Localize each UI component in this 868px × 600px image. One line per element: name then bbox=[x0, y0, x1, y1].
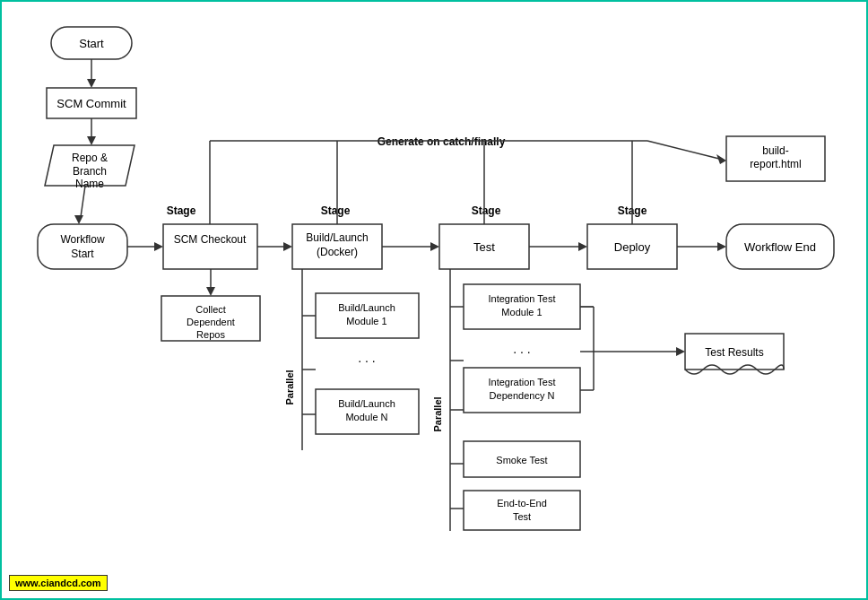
svg-text:· · ·: · · · bbox=[513, 344, 530, 359]
svg-rect-62 bbox=[464, 368, 580, 413]
svg-text:Stage: Stage bbox=[618, 204, 647, 217]
svg-rect-73 bbox=[587, 224, 677, 269]
svg-text:Build/Launch: Build/Launch bbox=[338, 302, 395, 313]
svg-marker-8 bbox=[45, 145, 135, 186]
svg-marker-93 bbox=[676, 347, 685, 356]
svg-text:Test: Test bbox=[513, 511, 531, 522]
svg-text:Stage: Stage bbox=[472, 204, 501, 217]
svg-text:Start: Start bbox=[79, 37, 104, 50]
svg-rect-77 bbox=[726, 224, 834, 269]
svg-text:Test: Test bbox=[473, 240, 495, 254]
svg-text:Integration Test: Integration Test bbox=[488, 293, 555, 304]
svg-text:Stage: Stage bbox=[167, 204, 196, 217]
svg-text:(Docker): (Docker) bbox=[317, 246, 358, 258]
svg-text:Repo &: Repo & bbox=[72, 152, 108, 164]
svg-line-12 bbox=[81, 186, 85, 217]
svg-rect-20 bbox=[163, 224, 257, 269]
svg-rect-43 bbox=[316, 389, 419, 434]
svg-rect-90 bbox=[685, 334, 784, 370]
svg-rect-79 bbox=[726, 136, 825, 181]
svg-rect-49 bbox=[439, 224, 529, 269]
svg-text:Stage: Stage bbox=[321, 204, 351, 217]
svg-text:SCM Commit: SCM Commit bbox=[56, 97, 126, 110]
svg-marker-3 bbox=[87, 79, 96, 88]
svg-marker-29 bbox=[283, 242, 292, 251]
svg-marker-18 bbox=[154, 242, 163, 251]
svg-text:Repos: Repos bbox=[196, 329, 225, 340]
svg-marker-47 bbox=[430, 242, 439, 251]
svg-rect-65 bbox=[464, 441, 580, 477]
svg-text:Deploy: Deploy bbox=[614, 240, 651, 254]
svg-marker-76 bbox=[717, 242, 726, 251]
website-url: www.ciandcd.com bbox=[15, 578, 101, 588]
svg-marker-13 bbox=[74, 215, 83, 224]
svg-text:Test Results: Test Results bbox=[705, 346, 763, 359]
svg-text:Integration Test: Integration Test bbox=[488, 377, 555, 387]
svg-text:build-: build- bbox=[762, 144, 788, 157]
svg-line-83 bbox=[647, 141, 719, 159]
svg-text:report.html: report.html bbox=[750, 158, 801, 170]
svg-text:Workflow: Workflow bbox=[60, 233, 104, 246]
svg-text:Name: Name bbox=[75, 178, 104, 190]
svg-rect-14 bbox=[38, 224, 127, 269]
svg-rect-67 bbox=[464, 491, 580, 530]
svg-text:Parallel: Parallel bbox=[432, 396, 443, 431]
svg-text:Build/Launch: Build/Launch bbox=[338, 398, 395, 409]
svg-rect-22 bbox=[161, 296, 260, 341]
svg-marker-27 bbox=[206, 287, 215, 296]
svg-text:SCM Checkout: SCM Checkout bbox=[174, 233, 247, 246]
svg-marker-71 bbox=[578, 242, 587, 251]
svg-text:Module N: Module N bbox=[345, 412, 387, 422]
svg-text:· · ·: · · · bbox=[358, 353, 375, 368]
svg-rect-0 bbox=[51, 27, 132, 59]
website-badge: www.ciandcd.com bbox=[9, 575, 108, 591]
svg-rect-58 bbox=[464, 284, 580, 329]
diagram-svg: Start SCM Commit Repo & Branch Name Work… bbox=[2, 2, 868, 600]
svg-text:End-to-End: End-to-End bbox=[497, 498, 547, 509]
svg-text:Generate on catch/finally: Generate on catch/finally bbox=[378, 135, 506, 148]
svg-rect-39 bbox=[316, 293, 419, 338]
svg-marker-7 bbox=[87, 136, 96, 145]
svg-text:Build/Launch: Build/Launch bbox=[306, 231, 368, 244]
svg-marker-84 bbox=[716, 154, 726, 164]
svg-rect-4 bbox=[47, 88, 136, 118]
main-container: Start SCM Commit Repo & Branch Name Work… bbox=[0, 0, 868, 600]
svg-text:Branch: Branch bbox=[73, 165, 107, 178]
svg-text:Collect: Collect bbox=[195, 304, 226, 315]
svg-text:Smoke Test: Smoke Test bbox=[496, 455, 547, 465]
svg-text:Dependency N: Dependency N bbox=[490, 390, 555, 401]
svg-text:Module 1: Module 1 bbox=[501, 307, 542, 317]
svg-text:Dependent: Dependent bbox=[187, 317, 235, 327]
svg-text:Start: Start bbox=[71, 248, 94, 260]
svg-rect-31 bbox=[292, 224, 382, 269]
svg-text:Parallel: Parallel bbox=[284, 370, 295, 404]
svg-text:Workflow End: Workflow End bbox=[744, 240, 816, 254]
svg-text:Module 1: Module 1 bbox=[346, 316, 386, 326]
